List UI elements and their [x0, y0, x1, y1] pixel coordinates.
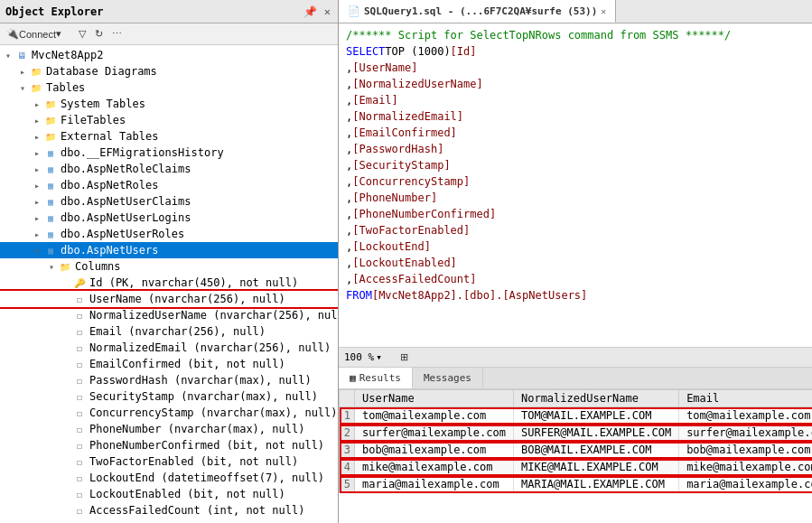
tree-expander[interactable]: ▸: [31, 197, 43, 207]
tab-messages[interactable]: Messages: [413, 368, 483, 388]
query-tab-active[interactable]: 📄 SQLQuery1.sql - (...6F7C2QA¥surfe (53)…: [339, 0, 616, 23]
tree-expander[interactable]: ▸: [31, 99, 43, 109]
tree-item-col_accessfailedcount[interactable]: ◻AccessFailedCount (int, not null): [0, 502, 338, 518]
tree-item-aspnetuserlogins[interactable]: ▸▦dbo.AspNetUserLogins: [0, 210, 338, 226]
sql-text: ,: [346, 173, 352, 190]
tree-item-aspnetuserclaims[interactable]: ▸▦dbo.AspNetUserClaims: [0, 193, 338, 210]
tree-expander[interactable]: ▾: [31, 246, 43, 256]
tree-icon-column: ◻: [72, 422, 87, 436]
tree-item-col_lockoutend[interactable]: ◻LockoutEnd (datetimeoffset(7), null): [0, 470, 338, 486]
tree-item-col_lockoutenabled[interactable]: ◻LockoutEnabled (bit, not null): [0, 486, 338, 502]
tree-label: LockoutEnabled (bit, not null): [89, 488, 285, 500]
tree-icon-column-key: 🔑: [72, 276, 87, 290]
results-grid-button[interactable]: ⊞: [397, 350, 411, 364]
refresh-button[interactable]: ↻: [92, 27, 106, 41]
tree-icon-column: ◻: [72, 341, 87, 355]
tree-item-col_phonenumber[interactable]: ◻PhoneNumber (nvarchar(max), null): [0, 421, 338, 437]
sql-bracket: [LockoutEnabled]: [352, 255, 457, 271]
cell-email-2: bob@mailexample.com: [679, 442, 812, 459]
sql-line-0: SELECT TOP (1000) [Id]: [346, 43, 805, 60]
tree-item-aspnetroles[interactable]: ▸▦dbo.AspNetRoles: [0, 177, 338, 193]
sql-bracket: [PhoneNumberConfirmed]: [352, 206, 496, 222]
tree-item-server[interactable]: ▾🖥MvcNet8App2: [0, 47, 338, 63]
filter-button[interactable]: ▽: [76, 27, 89, 41]
tab-label: SQLQuery1.sql - (...6F7C2QA¥surfe (53)): [364, 5, 597, 17]
sql-line-8: ,[ConcurrencyStamp]: [346, 173, 805, 190]
tree-item-col_phonenumberconfirmed[interactable]: ◻PhoneNumberConfirmed (bit, not null): [0, 437, 338, 453]
tree-item-col_twofactorenabled[interactable]: ◻TwoFactorEnabled (bit, not null): [0, 453, 338, 470]
tree-icon-column: ◻: [72, 487, 87, 501]
tree-expander[interactable]: ▾: [45, 262, 58, 272]
tree-label: AccessFailedCount (int, not null): [89, 504, 304, 517]
tab-results[interactable]: ▦ Results: [339, 368, 413, 388]
col-header-3: Email: [679, 390, 812, 407]
tree-item-aspnetuserroles[interactable]: ▸▦dbo.AspNetUserRoles: [0, 226, 338, 242]
cell-normalized-1: SURFER@MAIL.EXAMPLE.COM: [513, 425, 678, 442]
cell-email-1: surfer@mailexample.com: [679, 425, 812, 442]
tree-item-col_concurrencystamp[interactable]: ◻ConcurrencyStamp (nvarchar(max), null): [0, 405, 338, 421]
tree-item-col_email[interactable]: ◻Email (nvarchar(256), null): [0, 323, 338, 340]
tree-item-aspnetusers[interactable]: ▾▦dbo.AspNetUsers: [0, 242, 338, 258]
tree-item-systemtables[interactable]: ▸📁System Tables: [0, 96, 338, 112]
tree-item-col_normalizedusername[interactable]: ◻NormalizedUserName (nvarchar(256), null…: [0, 307, 338, 323]
tree-icon-column: ◻: [72, 308, 87, 322]
tree-label: PhoneNumberConfirmed (bit, not null): [89, 439, 324, 452]
tree-icon-folder: 📁: [43, 97, 58, 111]
sql-text: ,: [346, 222, 352, 238]
tree-icon-column: ◻: [72, 471, 87, 485]
connect-button[interactable]: 🔌 Connect ▾: [4, 27, 64, 41]
sql-comment: /****** Script for SelectTopNRows comman…: [346, 27, 731, 43]
tree-label: Email (nvarchar(256), null): [89, 325, 266, 338]
tree-item-col_username[interactable]: ◻UserName (nvarchar(256), null): [0, 291, 338, 307]
tree-expander[interactable]: ▸: [31, 213, 43, 223]
tree-expander[interactable]: ▾: [16, 83, 29, 93]
tree-item-col_normalizedemail[interactable]: ◻NormalizedEmail (nvarchar(256), null): [0, 340, 338, 356]
tree-expander[interactable]: ▸: [31, 148, 43, 158]
cell-email-3: mike@mailexample.com: [679, 459, 812, 476]
tree-expander[interactable]: ▸: [31, 132, 43, 142]
cell-username-1: surfer@mailexample.com: [355, 425, 514, 442]
col-header-1: UserName: [355, 390, 514, 407]
tree-item-col_securitystamp[interactable]: ◻SecurityStamp (nvarchar(max), null): [0, 388, 338, 405]
sql-editor[interactable]: /****** Script for SelectTopNRows comman…: [339, 23, 812, 347]
sql-line-4: ,[NormalizedEmail]: [346, 108, 805, 125]
tree-item-col_passwordhash[interactable]: ◻PasswordHash (nvarchar(max), null): [0, 372, 338, 388]
tab-close-icon[interactable]: ✕: [601, 6, 606, 16]
sql-line-14: ,[AccessFailedCount]: [346, 271, 805, 287]
tree-item-efmigrations[interactable]: ▸▦dbo.__EFMigrationsHistory: [0, 145, 338, 161]
tree-expander[interactable]: ▸: [31, 164, 43, 174]
sql-bracket: [UserName]: [352, 60, 417, 76]
tree-item-tables[interactable]: ▾📁Tables: [0, 79, 338, 96]
close-icon[interactable]: ✕: [322, 5, 332, 18]
tree-item-diagrams[interactable]: ▸📁Database Diagrams: [0, 63, 338, 79]
sql-line-1: ,[UserName]: [346, 60, 805, 76]
tree-item-filetables[interactable]: ▸📁FileTables: [0, 112, 338, 128]
tree-expander[interactable]: ▸: [31, 229, 43, 239]
tree-item-aspnetrole[interactable]: ▸▦dbo.AspNetRoleClaims: [0, 161, 338, 177]
tree-item-col_id[interactable]: 🔑Id (PK, nvarchar(450), not null): [0, 275, 338, 291]
tree-icon-folder: 📁: [43, 113, 58, 127]
tree-item-columns[interactable]: ▾📁Columns: [0, 258, 338, 275]
tree-item-col_emailconfirmed[interactable]: ◻EmailConfirmed (bit, not null): [0, 356, 338, 372]
tree-expander[interactable]: ▾: [2, 51, 14, 61]
tree-expander[interactable]: ▸: [31, 181, 43, 191]
sql-bracket: [PhoneNumber]: [352, 190, 437, 206]
tree-icon-table: ▦: [43, 210, 58, 225]
more-button[interactable]: ⋯: [109, 27, 125, 41]
sql-text: ,: [346, 92, 352, 108]
tree-expander[interactable]: ▸: [31, 116, 43, 126]
tree-icon-column: ◻: [72, 357, 87, 371]
pin-icon[interactable]: 📌: [302, 5, 319, 18]
row-num-0: 1: [340, 407, 355, 425]
tree-item-externaltables[interactable]: ▸📁External Tables: [0, 128, 338, 145]
panel-controls: 📌 ✕: [302, 5, 332, 18]
tree-label: UserName (nvarchar(256), null): [89, 293, 285, 305]
tree-expander[interactable]: ▸: [16, 67, 29, 77]
object-explorer-header: Object Explorer 📌 ✕: [0, 0, 338, 23]
tree-label: LockoutEnd (datetimeoffset(7), null): [89, 472, 324, 484]
sql-bracket: [PasswordHash]: [352, 141, 443, 157]
zoom-dropdown-icon[interactable]: ▾: [376, 351, 382, 363]
sql-bracket: [Id]: [451, 43, 477, 60]
cell-normalized-4: MARIA@MAIL.EXAMPLE.COM: [513, 476, 678, 493]
tree-label: Columns: [75, 260, 121, 273]
